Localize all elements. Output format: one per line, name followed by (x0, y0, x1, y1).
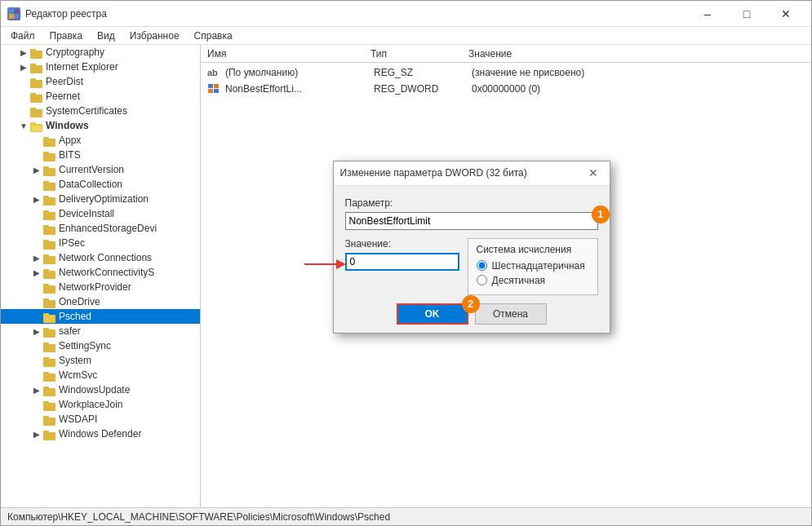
tree-item-ipsec[interactable]: IPSec (1, 236, 200, 250)
svg-rect-15 (30, 122, 36, 126)
tree-item-enhancedstorage[interactable]: EnhancedStorageDevi (1, 221, 200, 236)
folder-icon (43, 385, 56, 396)
close-button[interactable]: ✕ (767, 1, 805, 27)
menu-view[interactable]: Вид (91, 29, 122, 43)
radio-dec[interactable]: Десятичная (477, 275, 589, 286)
reg-row-nonbesteff[interactable]: NonBestEffortLi... REG_DWORD 0x00000000 … (201, 81, 811, 97)
menu-favorites[interactable]: Избранное (123, 29, 186, 43)
tree-label-datacollection: DataCollection (59, 179, 122, 190)
tree-item-safer[interactable]: ▶ safer (1, 324, 200, 338)
svg-rect-62 (214, 89, 219, 93)
annotation-2: 2 (462, 295, 480, 313)
svg-rect-0 (9, 9, 14, 14)
svg-rect-18 (43, 137, 49, 140)
menu-help[interactable]: Справка (188, 29, 239, 43)
reg-type-default: REG_SZ (374, 67, 472, 78)
menu-bar: Файл Правка Вид Избранное Справка (1, 27, 811, 45)
maximize-button[interactable]: □ (728, 1, 765, 27)
svg-rect-52 (43, 387, 49, 390)
svg-rect-24 (43, 181, 49, 184)
param-name-input[interactable] (345, 212, 598, 230)
svg-rect-42 (43, 313, 49, 316)
tree-item-currentversion[interactable]: ▶ CurrentVersion (1, 162, 200, 177)
tree-item-system[interactable]: System (1, 353, 200, 368)
folder-icon (43, 297, 56, 308)
tree-label-syscerts: SystemCertificates (46, 105, 127, 117)
tree-item-workplacejoin[interactable]: WorkplaceJoin (1, 397, 200, 412)
tree-label-windows: Windows (46, 120, 89, 131)
tree-label-peernet: Peernet (46, 91, 80, 102)
tree-item-datacollection[interactable]: DataCollection (1, 177, 200, 192)
tree-label-psched: Psched (59, 311, 91, 322)
reg-value-nonbesteff: 0x00000000 (0) (472, 83, 805, 95)
tree-item-settingsync[interactable]: SettingSync (1, 338, 200, 353)
radio-hex-input[interactable] (477, 260, 487, 271)
value-label: Значение: (345, 238, 459, 250)
col-header-name: Имя (207, 48, 371, 60)
tree-item-appx[interactable]: Appx (1, 133, 200, 148)
tree-item-bits[interactable]: BITS (1, 148, 200, 162)
tree-item-windowsdefender[interactable]: ▶ Windows Defender (1, 427, 200, 441)
folder-icon (43, 150, 56, 161)
reg-value-default: (значение не присвоено) (472, 67, 805, 78)
svg-rect-22 (43, 166, 49, 170)
svg-rect-59 (208, 84, 213, 88)
tree-panel[interactable]: ▶ Cryptography ▶ Internet Explorer (1, 45, 201, 507)
tree-item-netconnectivity[interactable]: ▶ NetworkConnectivityS (1, 265, 200, 280)
radio-dec-input[interactable] (477, 275, 487, 285)
svg-rect-34 (43, 254, 49, 258)
tree-label-netconn: Network Connections (59, 252, 152, 263)
tree-item-syscerts[interactable]: SystemCertificates (1, 104, 200, 118)
tree-item-wcmsvc[interactable]: WcmSvc (1, 368, 200, 382)
tree-label-deliveryopt: DeliveryOptimization (59, 193, 149, 205)
reg-row-default[interactable]: ab (По умолчанию) REG_SZ (значение не пр… (201, 64, 811, 81)
svg-rect-5 (30, 49, 36, 52)
menu-edit[interactable]: Правка (43, 29, 90, 43)
numbase-radio-group: Система исчисления Шестнадцатеричная Дес… (468, 238, 598, 295)
radio-hex[interactable]: Шестнадцатеричная (477, 260, 589, 272)
tree-label-wcmsvc: WcmSvc (59, 369, 97, 381)
folder-icon (43, 253, 56, 264)
tree-item-psched[interactable]: Psched (1, 309, 200, 324)
folder-icon (43, 414, 56, 426)
tree-item-onedrive[interactable]: OneDrive (1, 294, 200, 309)
tree-label-windowsdefender: Windows Defender (59, 428, 141, 440)
tree-label-workplacejoin: WorkplaceJoin (59, 399, 122, 410)
menu-file[interactable]: Файл (4, 29, 42, 43)
tree-item-ie[interactable]: ▶ Internet Explorer (1, 60, 200, 74)
folder-icon (43, 223, 56, 235)
cancel-button[interactable]: Отмена (475, 303, 547, 325)
tree-label-system: System (59, 355, 91, 366)
modal-body: Параметр: 1 Значение: (334, 186, 610, 333)
modal-close-button[interactable]: ✕ (583, 163, 603, 183)
svg-rect-16 (32, 126, 42, 131)
tree-item-peerdist[interactable]: PeerDist (1, 74, 200, 89)
tree-label-safer: safer (59, 325, 81, 337)
tree-item-wsdapi[interactable]: WSDAPI (1, 412, 200, 427)
svg-rect-46 (43, 343, 49, 346)
minimize-button[interactable]: – (689, 1, 726, 27)
tree-label-onedrive: OneDrive (59, 296, 100, 307)
folder-icon-open (30, 121, 43, 132)
svg-rect-3 (14, 14, 19, 19)
value-input[interactable] (345, 253, 459, 271)
tree-label-currentversion: CurrentVersion (59, 164, 124, 175)
reg-icon-dw (207, 82, 222, 96)
folder-icon (43, 267, 56, 279)
svg-rect-58 (43, 431, 49, 434)
tree-item-netprovider[interactable]: NetworkProvider (1, 280, 200, 294)
tree-item-cryptography[interactable]: ▶ Cryptography (1, 45, 200, 60)
ok-button[interactable]: OK (397, 303, 468, 325)
tree-item-peernet[interactable]: Peernet (1, 89, 200, 104)
tree-label-appx: Appx (59, 135, 81, 146)
svg-rect-48 (43, 357, 49, 360)
tree-item-windowsupdate[interactable]: ▶ WindowsUpdate (1, 382, 200, 397)
title-bar: Редактор реестра – □ ✕ (1, 1, 811, 27)
title-bar-left: Редактор реестра (7, 7, 107, 20)
tree-item-windows[interactable]: ▼ Windows (1, 118, 200, 133)
folder-icon (30, 91, 43, 103)
tree-item-deliveryopt[interactable]: ▶ DeliveryOptimization (1, 192, 200, 206)
tree-item-netconn[interactable]: ▶ Network Connections (1, 250, 200, 265)
tree-item-deviceinstall[interactable]: DeviceInstall (1, 206, 200, 221)
reg-name-nonbesteff: NonBestEffortLi... (225, 83, 374, 95)
